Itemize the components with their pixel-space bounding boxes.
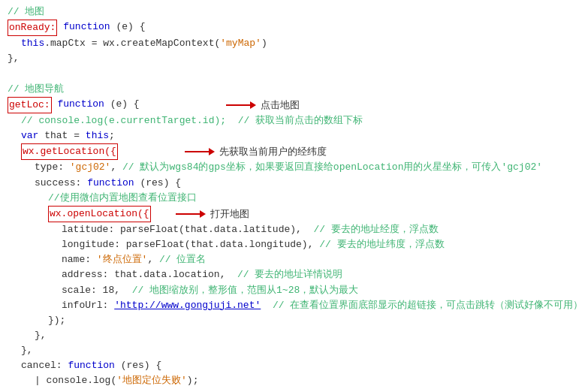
code-line: this.mapCtx = wx.createMapContext('myMap… bbox=[8, 36, 574, 51]
code-line: onReady: function (e) { bbox=[8, 20, 574, 36]
code-text: name: '终点位置', // 位置名 bbox=[62, 252, 206, 267]
code-text: }, bbox=[21, 343, 33, 358]
code-text: latitude: parseFloat(that.data.latitude)… bbox=[62, 222, 439, 237]
arrow-icon bbox=[176, 209, 206, 219]
code-line: }, bbox=[8, 51, 574, 66]
annotation-click-map: 点击地图 bbox=[222, 98, 300, 113]
arrow-icon bbox=[185, 146, 215, 157]
arrow-icon bbox=[226, 100, 256, 110]
code-line: var that = this; bbox=[8, 128, 574, 143]
code-text: address: that.data.location, // 要去的地址详情说… bbox=[62, 267, 342, 282]
code-text: this.mapCtx = wx.createMapContext('myMap… bbox=[21, 36, 267, 51]
code-line: success: function (res) { bbox=[8, 176, 574, 191]
code-text: infoUrl: 'http://www.gongjuji.net' // 在查… bbox=[62, 298, 582, 313]
code-line: longitude: parseFloat(that.data.longitud… bbox=[8, 237, 574, 252]
annotation-text: 打开地图 bbox=[210, 207, 249, 222]
comment: // 地图 bbox=[8, 5, 44, 20]
annotation-text: 点击地图 bbox=[261, 98, 300, 113]
comment: //使用微信内置地图查看位置接口 bbox=[48, 191, 197, 206]
code-line: }); bbox=[8, 313, 574, 328]
code-line: //使用微信内置地图查看位置接口 bbox=[8, 191, 574, 206]
code-text: | console.log('地图定位失败'); bbox=[35, 373, 198, 388]
code-text: } bbox=[21, 389, 27, 392]
key-onready: onReady: bbox=[8, 20, 57, 36]
code-line: // 地图导航 bbox=[8, 82, 574, 97]
code-text: longitude: parseFloat(that.data.longitud… bbox=[62, 237, 445, 252]
annotation-text: 先获取当前用户的经纬度 bbox=[219, 144, 327, 159]
code-line: type: 'gcj02', // 默认为wgs84的gps坐标，如果要返回直接… bbox=[8, 160, 574, 175]
code-text: function (e) { bbox=[52, 97, 140, 112]
code-line: cancel: function (res) { bbox=[8, 358, 574, 373]
code-text: type: 'gcj02', // 默认为wgs84的gps坐标，如果要返回直接… bbox=[35, 160, 542, 175]
code-text: }); bbox=[48, 313, 65, 328]
code-line: } bbox=[8, 389, 574, 392]
code-line: name: '终点位置', // 位置名 bbox=[8, 252, 574, 267]
comment: // console.log(e.currentTarget.id); // 获… bbox=[21, 113, 363, 128]
code-line bbox=[8, 67, 574, 82]
code-line: wx.openLocation({ 打开地图 bbox=[8, 206, 574, 222]
code-text: }, bbox=[35, 328, 47, 343]
code-line: getLoc: function (e) { 点击地图 bbox=[8, 97, 574, 113]
code-text: success: function (res) { bbox=[35, 176, 181, 191]
code-line: }, bbox=[8, 343, 574, 358]
key-openlocation: wx.openLocation({ bbox=[48, 206, 151, 222]
code-line: // 地图 bbox=[8, 5, 574, 20]
code-text: var that = this; bbox=[21, 128, 115, 143]
code-text: cancel: function (res) { bbox=[21, 358, 161, 373]
code-area: // 地图 onReady: function (e) { this.mapCt… bbox=[0, 0, 582, 392]
comment: // 地图导航 bbox=[8, 82, 64, 97]
code-line: wx.getLocation({ 先获取当前用户的经纬度 bbox=[8, 143, 574, 160]
code-line: latitude: parseFloat(that.data.latitude)… bbox=[8, 222, 574, 237]
key-getloc: getLoc: bbox=[8, 97, 52, 113]
code-line: | console.log('地图定位失败'); bbox=[8, 373, 574, 388]
annotation-openmap: 打开地图 bbox=[171, 207, 249, 222]
key-getlocation: wx.getLocation({ bbox=[21, 143, 118, 160]
code-line: // console.log(e.currentTarget.id); // 获… bbox=[8, 113, 574, 128]
code-line: infoUrl: 'http://www.gongjuji.net' // 在查… bbox=[8, 298, 574, 313]
code-text: function (e) { bbox=[57, 20, 145, 35]
code-line: }, bbox=[8, 328, 574, 343]
code-text: }, bbox=[8, 51, 20, 66]
code-line: address: that.data.location, // 要去的地址详情说… bbox=[8, 267, 574, 282]
annotation-getloc: 先获取当前用户的经纬度 bbox=[180, 144, 327, 159]
code-text: scale: 18, // 地图缩放别，整形值，范围从1~28，默认为最大 bbox=[62, 283, 358, 298]
code-line: scale: 18, // 地图缩放别，整形值，范围从1~28，默认为最大 bbox=[8, 283, 574, 298]
